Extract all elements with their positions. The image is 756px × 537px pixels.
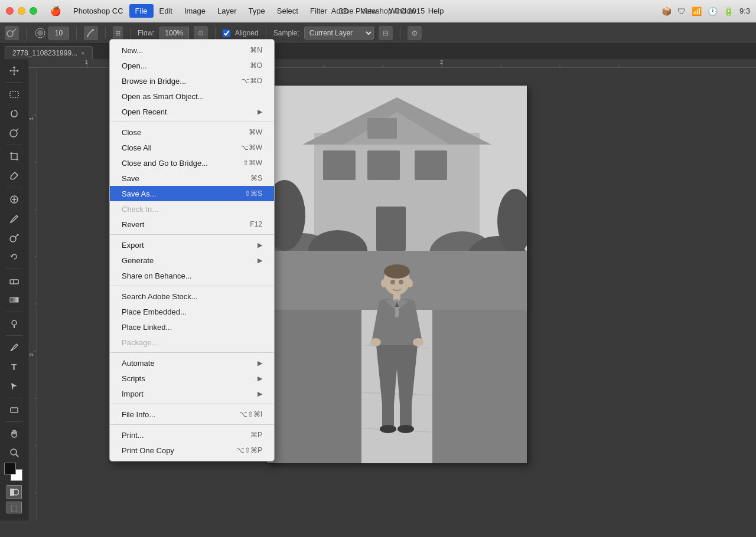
window-title: Adobe Photoshop CC 2015 xyxy=(331,6,425,15)
shield-icon: 🛡 xyxy=(677,6,686,16)
mac-menu-file[interactable]: File xyxy=(129,4,154,18)
mac-menu-help[interactable]: Help xyxy=(422,4,450,18)
tool-quick-select[interactable] xyxy=(5,123,24,142)
sample-select[interactable]: Current Layer Current & Below All Layers xyxy=(304,27,374,40)
tool-dodge[interactable] xyxy=(5,315,24,333)
dropbox-icon: 📦 xyxy=(662,6,672,16)
maximize-button[interactable] xyxy=(30,7,37,15)
tool-eraser[interactable] xyxy=(5,271,24,290)
foreground-color-swatch[interactable] xyxy=(4,463,16,474)
menu-item-file-info[interactable]: File Info... ⌥⇧⌘I xyxy=(110,407,274,422)
tool-lasso[interactable] xyxy=(5,104,24,123)
mac-menu-edit[interactable]: Edit xyxy=(154,4,178,18)
tool-zoom[interactable] xyxy=(5,443,24,461)
menu-item-place-embedded[interactable]: Place Embedded... xyxy=(110,304,274,319)
mac-menu-filter[interactable]: Filter xyxy=(304,4,333,18)
menu-item-close[interactable]: Close ⌘W xyxy=(110,125,274,140)
menu-item-print[interactable]: Print... ⌘P xyxy=(110,427,274,443)
svg-point-18 xyxy=(11,449,17,455)
mode-icon[interactable]: ⊞ xyxy=(113,26,123,40)
tool-healing[interactable] xyxy=(5,190,24,208)
menu-item-print-one-copy[interactable]: Print One Copy ⌥⇧⌘P xyxy=(110,443,274,458)
menu-item-scripts[interactable]: Scripts ▶ xyxy=(110,371,274,386)
tab-close-button[interactable]: × xyxy=(81,50,84,57)
tool-shape[interactable] xyxy=(5,401,24,419)
menu-separator-2 xyxy=(110,234,274,235)
battery-icon: 🔋 xyxy=(724,6,734,16)
menu-item-open[interactable]: Open... ⌘O xyxy=(110,58,274,73)
menu-item-browse-bridge[interactable]: Browse in Bridge... ⌥⌘O xyxy=(110,73,274,89)
flow-input[interactable] xyxy=(159,27,189,40)
svg-point-78 xyxy=(370,338,381,346)
menu-item-close-bridge[interactable]: Close and Go to Bridge... ⇧⌘W xyxy=(110,155,274,171)
close-button[interactable] xyxy=(6,7,14,15)
svg-rect-74 xyxy=(382,404,394,428)
brush-size-icon[interactable] xyxy=(34,27,47,40)
svg-rect-67 xyxy=(267,310,361,463)
tab-filename: 2778_1108231999... xyxy=(12,49,77,57)
title-bar: 🍎 Photoshop CC File Edit Image Layer Typ… xyxy=(0,0,756,22)
tool-move[interactable] xyxy=(5,61,24,80)
mac-menu-layer[interactable]: Layer xyxy=(211,4,243,18)
menu-item-place-linked[interactable]: Place Linked... xyxy=(110,319,274,335)
svg-rect-5 xyxy=(10,91,18,97)
menu-item-generate[interactable]: Generate ▶ xyxy=(110,253,274,268)
svg-point-82 xyxy=(390,280,395,284)
menu-item-save[interactable]: Save ⌘S xyxy=(110,171,274,186)
brush-size-input[interactable] xyxy=(48,27,69,40)
screen-mode-button[interactable]: ⬚ xyxy=(6,502,22,513)
tool-history-brush[interactable] xyxy=(5,248,24,266)
tool-clone-stamp[interactable] xyxy=(5,228,24,247)
menu-item-search-adobe[interactable]: Search Adobe Stock... xyxy=(110,289,274,304)
svg-point-70 xyxy=(384,264,410,279)
tool-type[interactable]: T xyxy=(5,358,24,376)
mac-menu-photoshop[interactable]: Photoshop CC xyxy=(67,4,129,18)
quick-mask-button[interactable] xyxy=(6,485,22,499)
svg-line-1 xyxy=(13,29,16,32)
time-display: 9:3 xyxy=(739,6,750,15)
apple-menu[interactable]: 🍎 xyxy=(44,4,67,19)
menu-item-package: Package... xyxy=(110,335,274,350)
svg-rect-12 xyxy=(10,280,18,284)
tool-brush[interactable] xyxy=(5,209,24,228)
svg-text:2: 2 xyxy=(440,59,443,65)
tool-marquee[interactable] xyxy=(5,85,24,103)
mac-menu-select[interactable]: Select xyxy=(271,4,304,18)
aligned-checkbox[interactable] xyxy=(223,30,230,37)
menu-item-save-as[interactable]: Save As... ⇧⌘S xyxy=(110,186,274,201)
flow-label: Flow: xyxy=(138,29,155,37)
menu-separator-1 xyxy=(110,122,274,122)
svg-rect-14 xyxy=(10,297,18,302)
menu-item-export[interactable]: Export ▶ xyxy=(110,237,274,253)
settings-icon[interactable]: ⚙ xyxy=(408,26,422,40)
tool-path-selection[interactable] xyxy=(5,376,24,395)
menu-item-automate[interactable]: Automate ▶ xyxy=(110,355,274,371)
mac-menu-image[interactable]: Image xyxy=(178,4,211,18)
brush-icon[interactable] xyxy=(84,26,98,40)
sample-label: Sample: xyxy=(273,29,299,37)
minimize-button[interactable] xyxy=(18,7,25,15)
menu-item-share-behance[interactable]: Share on Behance... xyxy=(110,268,274,283)
svg-point-15 xyxy=(12,320,17,325)
tool-crop[interactable] xyxy=(5,148,24,166)
tool-gradient[interactable] xyxy=(5,291,24,309)
aligned-label: Aligned xyxy=(235,29,259,37)
clone-stamp-tool-icon[interactable] xyxy=(5,26,19,40)
menu-item-open-smart-object[interactable]: Open as Smart Object... xyxy=(110,89,274,104)
menu-item-new[interactable]: New... ⌘N xyxy=(110,42,274,58)
airbrush-icon[interactable]: ⊙ xyxy=(194,26,208,40)
tool-hand[interactable] xyxy=(5,424,24,443)
mac-menu-type[interactable]: Type xyxy=(243,4,271,18)
tool-eyedropper[interactable] xyxy=(5,166,24,185)
ruler-vertical: 1 2 xyxy=(28,68,37,520)
svg-point-0 xyxy=(7,31,13,37)
left-toolbar: T ⬚ xyxy=(0,59,28,520)
menu-item-import[interactable]: Import ▶ xyxy=(110,386,274,401)
sample-icon[interactable]: ⊟ xyxy=(379,26,393,40)
menu-item-open-recent[interactable]: Open Recent ▶ xyxy=(110,104,274,119)
menu-item-revert[interactable]: Revert F12 xyxy=(110,217,274,232)
tool-pen[interactable] xyxy=(5,338,24,356)
menu-item-close-all[interactable]: Close All ⌥⌘W xyxy=(110,140,274,155)
menu-separator-5 xyxy=(110,404,274,404)
document-tab[interactable]: 2778_1108231999... × xyxy=(5,46,93,59)
